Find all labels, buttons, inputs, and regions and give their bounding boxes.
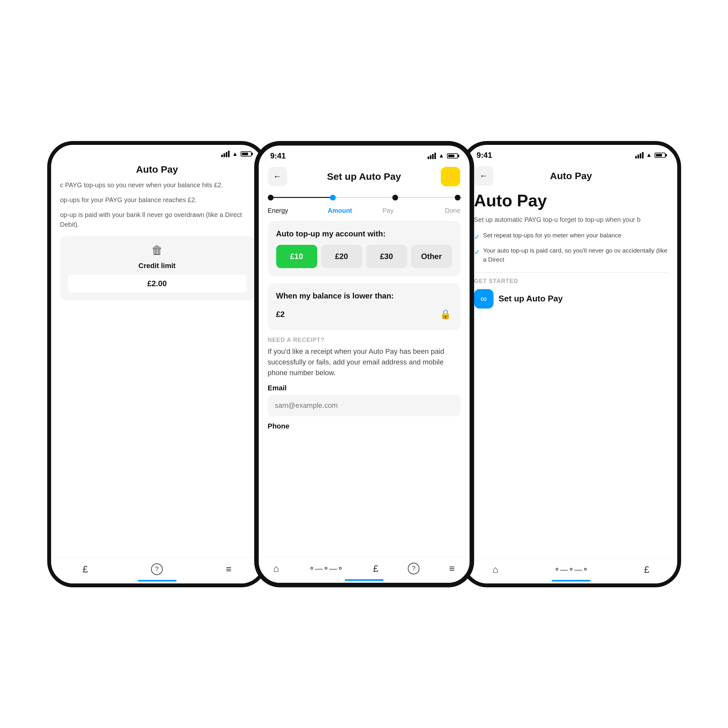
home-indicator-right xyxy=(552,580,590,581)
balance-row: £2 🔒 xyxy=(276,307,452,322)
setup-auto-pay-button[interactable]: ∞ Set up Auto Pay xyxy=(474,289,668,309)
step-dot-done xyxy=(455,195,460,200)
trash-icon[interactable]: 🗑 xyxy=(151,243,163,257)
action-button-center[interactable]: ⚡ xyxy=(441,167,460,186)
battery-icon-right xyxy=(655,153,665,158)
page-title-left: Auto Pay xyxy=(136,164,178,175)
page-title-center: Set up Auto Pay xyxy=(327,171,401,182)
nav-header-left: Auto Pay xyxy=(51,161,263,180)
home-icon-right: ⌂ xyxy=(492,564,499,575)
receipt-section: NEED A RECEIPT? If you'd like a receipt … xyxy=(268,336,460,433)
nav-header-center: ← Set up Auto Pay ⚡ xyxy=(259,164,470,191)
check-icon-2: ✓ xyxy=(474,247,480,257)
section-divider xyxy=(474,272,668,273)
checklist-text-2: Your auto top-up is paid card, so you'll… xyxy=(483,246,668,265)
step-dot-amount xyxy=(330,195,336,200)
signal-icon-center xyxy=(428,153,436,159)
auto-pay-title: Auto Pay xyxy=(474,191,668,210)
auto-pay-desc: Set up automatic PAYG top-u forget to to… xyxy=(474,215,668,225)
nav-help-center[interactable]: ? xyxy=(401,561,426,576)
home-indicator-center xyxy=(345,579,384,581)
nav-header-right: ← Auto Pay xyxy=(465,163,677,191)
help-icon-center: ? xyxy=(408,563,419,574)
wifi-icon-left: ▲ xyxy=(232,151,238,158)
nav-billing-left[interactable]: £ xyxy=(76,562,95,577)
step-line-1 xyxy=(274,197,330,198)
home-indicator-left xyxy=(138,580,177,581)
nav-menu-center[interactable]: ≡ xyxy=(442,561,461,576)
billing-icon-right: £ xyxy=(644,564,649,575)
wifi-icon-right: ▲ xyxy=(646,152,652,159)
credit-limit-label: Credit limit xyxy=(138,262,176,270)
phone-right: 9:41 ▲ ← Auto Pay xyxy=(461,141,681,587)
amount-options: £10 £20 £30 Other xyxy=(276,245,452,268)
bottom-nav-right: ⌂ ⚬—⚬—⚬ £ xyxy=(465,558,677,583)
billing-icon-center: £ xyxy=(373,563,378,574)
setup-btn-text: Set up Auto Pay xyxy=(499,294,563,304)
step-label-pay: Pay xyxy=(364,207,412,214)
nav-usage-center[interactable]: ⚬—⚬—⚬ xyxy=(302,562,350,575)
email-label: Email xyxy=(268,384,460,392)
check-icon-1: ✓ xyxy=(474,232,480,242)
checklist-text-1: Set repeat top-ups for yo meter when you… xyxy=(483,231,622,240)
back-button-center[interactable]: ← xyxy=(268,167,287,186)
status-icons-right: ▲ xyxy=(635,152,665,159)
amount-btn-other[interactable]: Other xyxy=(411,245,452,268)
nav-home-right[interactable]: ⌂ xyxy=(486,562,505,577)
nav-home-center[interactable]: ⌂ xyxy=(267,561,286,576)
step-label-done: Done xyxy=(412,207,460,214)
status-time-center: 9:41 xyxy=(271,151,286,161)
step-dot-energy xyxy=(268,195,274,200)
step-dot-pay xyxy=(392,195,398,200)
status-bar-center: 9:41 ▲ xyxy=(259,145,470,164)
amount-btn-10[interactable]: £10 xyxy=(276,245,317,268)
credit-limit-value: £2.00 xyxy=(68,275,246,293)
phone-center: 9:41 ▲ ← Set up Auto Pay ⚡ xyxy=(254,141,474,587)
status-icons-left: ▲ xyxy=(221,151,252,158)
usage-icon-right: ⚬—⚬—⚬ xyxy=(554,565,589,574)
page-title-right: Auto Pay xyxy=(550,170,592,181)
step-label-amount: Amount xyxy=(316,207,364,214)
left-desc-3: op-up is paid with your bank ll never go… xyxy=(60,210,254,229)
bottom-nav-center: ⌂ ⚬—⚬—⚬ £ ? ≡ xyxy=(259,557,470,583)
back-button-right[interactable]: ← xyxy=(474,166,494,186)
status-icons-center: ▲ xyxy=(428,152,458,159)
left-desc-1: c PAYG top-ups so you never when your ba… xyxy=(60,180,254,190)
infinity-icon: ∞ xyxy=(474,289,494,309)
balance-title: When my balance is lower than: xyxy=(276,291,452,300)
nav-menu-left[interactable]: ≡ xyxy=(219,562,238,577)
right-content: Auto Pay Set up automatic PAYG top-u for… xyxy=(465,191,677,558)
topup-section: Auto top-up my account with: £10 £20 £30… xyxy=(268,221,460,277)
checklist-item-1: ✓ Set repeat top-ups for yo meter when y… xyxy=(474,231,668,242)
nav-help-left[interactable]: ? xyxy=(145,561,169,577)
status-bar-left: ▲ xyxy=(51,145,263,161)
menu-icon-left: ≡ xyxy=(226,564,232,575)
menu-icon-center: ≡ xyxy=(449,563,455,574)
step-line-2 xyxy=(336,197,392,198)
nav-usage-right[interactable]: ⚬—⚬—⚬ xyxy=(547,563,595,576)
credit-limit-card: 🗑 Credit limit £2.00 xyxy=(60,236,254,300)
amount-btn-30[interactable]: £30 xyxy=(366,245,407,268)
email-input[interactable] xyxy=(268,395,460,416)
checklist-item-2: ✓ Your auto top-up is paid card, so you'… xyxy=(474,246,668,265)
phone-content-center: Auto top-up my account with: £10 £20 £30… xyxy=(259,221,470,557)
nav-billing-right[interactable]: £ xyxy=(638,562,656,577)
home-icon-center: ⌂ xyxy=(273,563,279,574)
get-started-label: GET STARTED xyxy=(474,278,668,284)
lock-icon: 🔒 xyxy=(439,307,452,322)
phone-label: Phone xyxy=(268,422,460,430)
usage-icon-center: ⚬—⚬—⚬ xyxy=(309,564,343,573)
battery-icon-left xyxy=(241,151,252,156)
topup-title: Auto top-up my account with: xyxy=(276,229,452,239)
battery-icon-center xyxy=(447,153,458,159)
bottom-nav-left: £ ? ≡ xyxy=(51,557,263,583)
left-desc-2: op-ups for your PAYG your balance reache… xyxy=(60,195,254,205)
receipt-desc: If you'd like a receipt when your Auto P… xyxy=(268,346,460,378)
wifi-icon-center: ▲ xyxy=(439,152,444,159)
amount-btn-20[interactable]: £20 xyxy=(321,245,362,268)
step-line-3 xyxy=(398,197,455,198)
nav-billing-center[interactable]: £ xyxy=(366,561,385,576)
left-content: c PAYG top-ups so you never when your ba… xyxy=(51,180,263,557)
help-icon-left: ? xyxy=(151,563,163,575)
signal-icon-right xyxy=(635,152,644,159)
